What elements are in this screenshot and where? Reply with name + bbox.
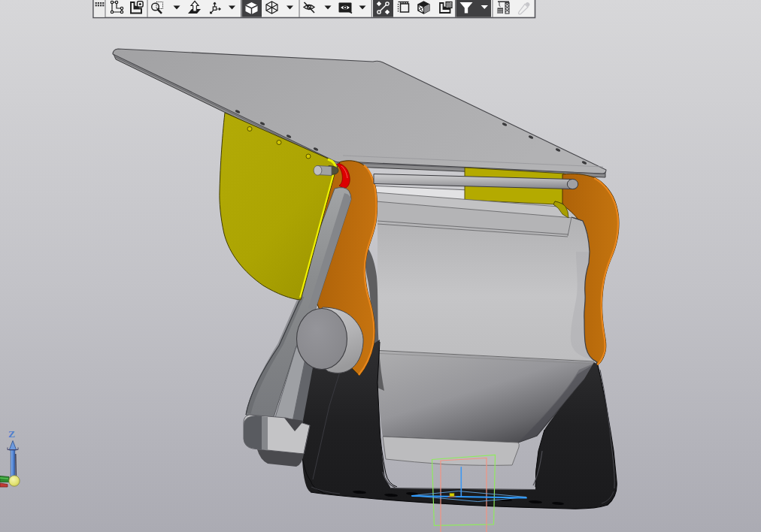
svg-text:Z: Z (8, 428, 15, 440)
